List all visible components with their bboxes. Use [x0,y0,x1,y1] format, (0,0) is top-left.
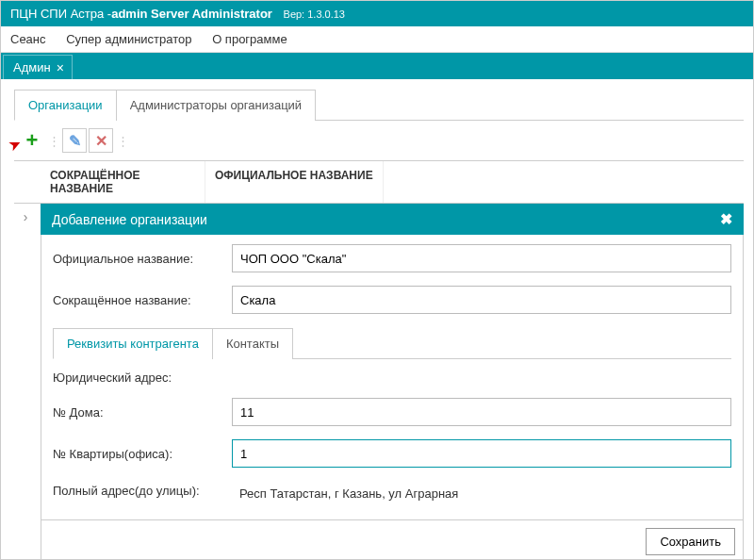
subtab-bar: Организации Администраторы организаций [14,89,744,121]
official-name-label: Официальное название: [53,252,232,266]
delete-button[interactable]: ✕ [89,128,113,153]
house-input[interactable] [232,398,731,426]
full-address-value: Респ Татарстан, г Казань, ул Аграрная [232,481,458,501]
doctab-admin[interactable]: Админ × [3,55,73,79]
edit-button[interactable]: ✎ [62,128,87,153]
toolbar-separator: ⋮ [48,134,60,148]
titlebar: ПЦН СПИ Астра -admin Server Administrato… [1,1,753,26]
panel-header: Добавление организации ✖ [41,204,744,235]
tab-organizations[interactable]: Организации [14,90,117,121]
app-title-prefix: ПЦН СПИ Астра - [10,7,111,21]
menu-about[interactable]: О программе [212,32,287,46]
save-button[interactable]: Сохранить [646,528,735,555]
menu-session[interactable]: Сеанс [10,32,46,46]
apartment-label: № Квартиры(офиса): [53,447,232,461]
official-name-input[interactable] [232,244,731,272]
col-official-name[interactable]: ОФИЦИАЛЬНОЕ НАЗВАНИЕ [205,161,384,203]
toolbar-separator: ⋮ [117,134,129,148]
panel-title: Добавление организации [52,212,207,227]
menu-superadmin[interactable]: Супер администратор [66,32,191,46]
row-expander[interactable]: › [14,209,37,224]
legal-address-label: Юридический адрес: [53,371,232,385]
short-name-input[interactable] [232,286,731,314]
full-address-label: Полный адрес(до улицы): [53,484,232,498]
house-label: № Дома: [53,405,232,420]
doctab-label: Админ [13,60,51,74]
apartment-input[interactable] [232,439,731,468]
pencil-icon: ✎ [69,132,81,150]
close-icon[interactable]: ✖ [720,210,732,228]
document-tabs: Админ × [1,53,753,79]
tab-requisites[interactable]: Реквизиты контрагента [53,328,213,359]
plus-icon: + [26,128,39,153]
app-title-suffix: admin Server Administrator [111,7,272,21]
inner-tab-bar: Реквизиты контрагента Контакты [53,327,731,359]
short-name-label: Сокращённое название: [53,293,232,307]
close-icon[interactable]: × [57,61,64,74]
menubar: Сеанс Супер администратор О программе [1,26,753,53]
chevron-right-icon: › [24,209,28,224]
grid-header: СОКРАЩЁННОЕ НАЗВАНИЕ ОФИЦИАЛЬНОЕ НАЗВАНИ… [14,160,744,204]
tab-contacts[interactable]: Контакты [212,328,293,359]
button-row: Сохранить [41,520,744,560]
version-label: Вер: 1.3.0.13 [284,8,345,20]
x-icon: ✕ [95,132,107,150]
tab-org-admins[interactable]: Администраторы организаций [116,90,317,121]
col-short-name[interactable]: СОКРАЩЁННОЕ НАЗВАНИЕ [41,161,205,203]
toolbar: ➤ + ⋮ ✎ ✕ ⋮ [14,124,744,156]
